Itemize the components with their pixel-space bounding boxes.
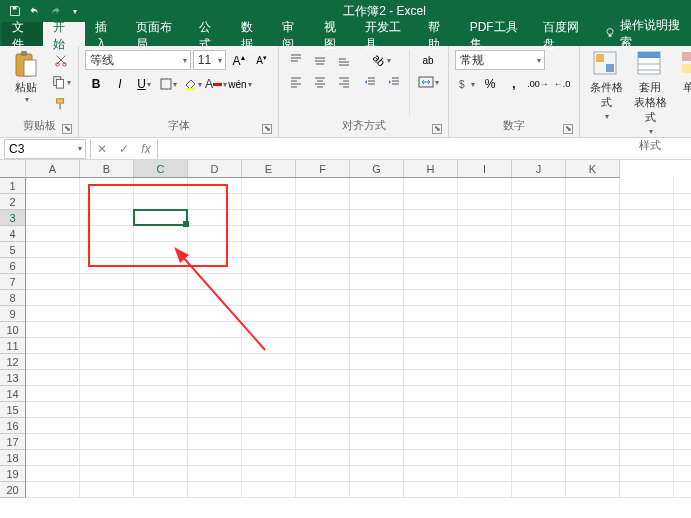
tell-me-search[interactable]: 操作说明搜索	[596, 22, 691, 46]
cell[interactable]	[566, 194, 620, 210]
col-header-C[interactable]: C	[134, 160, 188, 177]
cell[interactable]	[26, 370, 80, 386]
cell[interactable]	[188, 450, 242, 466]
cell[interactable]	[134, 354, 188, 370]
conditional-format-button[interactable]: 条件格式 ▾	[586, 50, 626, 136]
cell[interactable]	[512, 418, 566, 434]
cell[interactable]	[404, 402, 458, 418]
cell[interactable]	[296, 434, 350, 450]
col-header-I[interactable]: I	[458, 160, 512, 177]
cell[interactable]	[674, 242, 691, 258]
cell[interactable]	[404, 386, 458, 402]
cell[interactable]	[458, 418, 512, 434]
cell[interactable]	[26, 482, 80, 498]
cell[interactable]	[566, 386, 620, 402]
row-header-14[interactable]: 14	[0, 386, 25, 402]
cell[interactable]	[188, 258, 242, 274]
fill-color-button[interactable]: ▾	[181, 74, 203, 94]
cell[interactable]	[620, 450, 674, 466]
cell[interactable]	[134, 482, 188, 498]
cell[interactable]	[512, 226, 566, 242]
cell[interactable]	[620, 466, 674, 482]
tab-insert[interactable]: 插入	[85, 22, 126, 46]
cell[interactable]	[242, 370, 296, 386]
number-format-combo[interactable]: 常规▾	[455, 50, 545, 70]
cell[interactable]	[458, 242, 512, 258]
font-name-combo[interactable]: 等线▾	[85, 50, 191, 70]
cell[interactable]	[26, 210, 80, 226]
cell[interactable]	[242, 338, 296, 354]
cell[interactable]	[26, 306, 80, 322]
row-header-8[interactable]: 8	[0, 290, 25, 306]
row-header-11[interactable]: 11	[0, 338, 25, 354]
cell[interactable]	[242, 434, 296, 450]
row-header-6[interactable]: 6	[0, 258, 25, 274]
undo-icon[interactable]	[28, 4, 42, 18]
cell[interactable]	[26, 226, 80, 242]
cell[interactable]	[242, 418, 296, 434]
cell[interactable]	[242, 226, 296, 242]
cell[interactable]	[188, 306, 242, 322]
cell[interactable]	[620, 306, 674, 322]
cell[interactable]	[80, 242, 134, 258]
cut-button[interactable]	[50, 50, 72, 70]
cell[interactable]	[674, 322, 691, 338]
copy-button[interactable]: ▾	[50, 72, 72, 92]
cell[interactable]	[80, 290, 134, 306]
tab-developer[interactable]: 开发工具	[355, 22, 418, 46]
cell[interactable]	[296, 482, 350, 498]
cell[interactable]	[566, 482, 620, 498]
cell[interactable]	[350, 226, 404, 242]
cell[interactable]	[404, 322, 458, 338]
font-dialog-launcher[interactable]: ⬊	[262, 124, 272, 134]
orientation-button[interactable]: ab▾	[371, 50, 393, 70]
cell[interactable]	[404, 290, 458, 306]
cell[interactable]	[620, 242, 674, 258]
comma-button[interactable]: ,	[503, 74, 525, 94]
cell-styles-button[interactable]: 单元	[674, 50, 691, 136]
cell[interactable]	[512, 354, 566, 370]
format-painter-button[interactable]	[50, 94, 72, 114]
cell[interactable]	[296, 290, 350, 306]
cell[interactable]	[404, 178, 458, 194]
row-header-16[interactable]: 16	[0, 418, 25, 434]
cell[interactable]	[296, 338, 350, 354]
cell[interactable]	[134, 306, 188, 322]
cell[interactable]	[134, 258, 188, 274]
cell[interactable]	[242, 258, 296, 274]
cell[interactable]	[242, 306, 296, 322]
phonetic-button[interactable]: wén▾	[229, 74, 251, 94]
cell[interactable]	[674, 274, 691, 290]
cell[interactable]	[620, 338, 674, 354]
cell[interactable]	[458, 354, 512, 370]
cell[interactable]	[458, 226, 512, 242]
cell[interactable]	[134, 338, 188, 354]
cell[interactable]	[242, 402, 296, 418]
cell[interactable]	[80, 354, 134, 370]
cell[interactable]	[566, 434, 620, 450]
cell[interactable]	[674, 258, 691, 274]
cell[interactable]	[512, 386, 566, 402]
cell[interactable]	[296, 226, 350, 242]
cell[interactable]	[296, 466, 350, 482]
cell[interactable]	[512, 482, 566, 498]
cell[interactable]	[242, 290, 296, 306]
cell[interactable]	[26, 418, 80, 434]
merge-center-button[interactable]: ▾	[414, 72, 442, 92]
cell[interactable]	[458, 194, 512, 210]
cell[interactable]	[296, 242, 350, 258]
cell[interactable]	[674, 290, 691, 306]
cell[interactable]	[350, 210, 404, 226]
cell[interactable]	[350, 402, 404, 418]
cell[interactable]	[350, 482, 404, 498]
cell[interactable]	[620, 386, 674, 402]
tab-formulas[interactable]: 公式	[189, 22, 230, 46]
cell[interactable]	[512, 450, 566, 466]
cell[interactable]	[350, 450, 404, 466]
align-bottom-button[interactable]	[333, 50, 355, 70]
underline-button[interactable]: U▾	[133, 74, 155, 94]
cell[interactable]	[134, 290, 188, 306]
cell[interactable]	[188, 402, 242, 418]
cell[interactable]	[188, 354, 242, 370]
cell[interactable]	[566, 354, 620, 370]
